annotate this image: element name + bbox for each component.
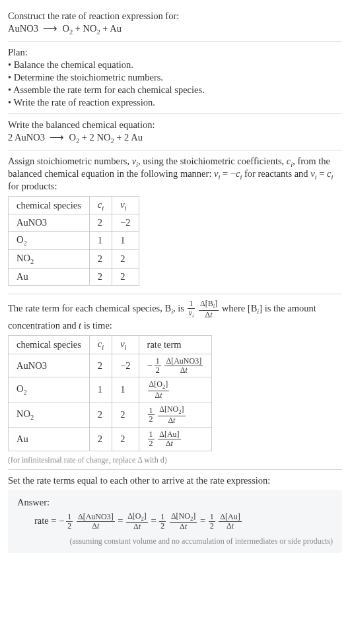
answer-label: Answer: [17, 497, 333, 508]
cell-ci: 2 [89, 214, 112, 232]
plan-item-text: Assemble the rate term for each chemical… [13, 84, 205, 95]
nu-symbol: νi [132, 156, 138, 166]
cell-ci: 1 [89, 232, 112, 250]
table-row: AuNO3 2 −2 [9, 214, 139, 232]
text: concentration and [8, 320, 79, 331]
stoich-section: Assign stoichiometric numbers, νi, using… [8, 150, 342, 294]
rate-table: chemical species ci νi rate term AuNO3 2… [8, 335, 212, 451]
prompt-line: Construct the rate of reaction expressio… [8, 11, 342, 22]
text: , using the stoichiometric coefficients, [138, 156, 287, 166]
text: ] is the amount [259, 303, 316, 313]
assumption-note: (assuming constant volume and no accumul… [34, 536, 333, 546]
plan-item-text: Determine the stoichiometric numbers. [14, 72, 163, 82]
cell-vi: −2 [112, 354, 139, 377]
text: Assign stoichiometric numbers, [8, 156, 132, 166]
final-sentence: Set the rate terms equal to each other t… [8, 475, 342, 486]
plan-item: • Write the rate of reaction expression. [8, 97, 342, 108]
cell-vi: 2 [112, 428, 139, 451]
table-header-row: chemical species ci νi rate term [9, 336, 212, 354]
cell-species: NO2 [9, 250, 90, 269]
cell-species: NO2 [9, 402, 90, 428]
answer-box: Answer: rate = −12 Δ[AuNO3]Δt = Δ[O2]Δt … [8, 490, 342, 553]
text: The rate term for each chemical species,… [8, 303, 171, 313]
rate-intro: The rate term for each chemical species,… [8, 300, 342, 319]
one-over-nu: 1νi [188, 300, 195, 319]
table-row: NO2 2 2 [9, 250, 139, 269]
cell-ci: 1 [89, 377, 112, 402]
nu-symbol: νi [214, 168, 220, 179]
plan-item-text: Balance the chemical equation. [14, 59, 133, 70]
table-header-row: chemical species ci νi [9, 196, 139, 214]
final-section: Set the rate terms equal to each other t… [8, 470, 342, 557]
cell-species: Au [9, 428, 90, 451]
cell-rate: 12 Δ[Au]Δt [139, 428, 212, 451]
delta-b-over-dt: Δ[Bi]Δt [199, 300, 219, 319]
balanced-title: Write the balanced chemical equation: [8, 119, 342, 131]
answer-equation: rate = −12 Δ[AuNO3]Δt = Δ[O2]Δt = 12 Δ[N… [34, 512, 333, 531]
rate-section: The rate term for each chemical species,… [8, 294, 342, 469]
cell-ci: 2 [89, 269, 112, 286]
col-vi: νi [112, 196, 139, 214]
plan-item: • Assemble the rate term for each chemic… [8, 84, 342, 96]
table-row: AuNO3 2 −2 −12 Δ[AuNO3]Δt [9, 354, 212, 377]
cell-vi: 2 [112, 250, 139, 269]
nu-symbol: νi [310, 168, 316, 179]
text: , is [173, 303, 187, 313]
table-row: NO2 2 2 12 Δ[NO2]Δt [9, 402, 212, 428]
stoich-intro: Assign stoichiometric numbers, νi, using… [8, 156, 342, 192]
cell-rate: −12 Δ[AuNO3]Δt [139, 354, 212, 377]
cell-vi: 2 [112, 402, 139, 428]
table-row: O2 1 1 [9, 232, 139, 250]
text: , from [293, 156, 316, 166]
col-rate: rate term [139, 336, 212, 354]
plan-item: • Determine the stoichiometric numbers. [8, 72, 342, 83]
rate-eq-prefix: rate = [34, 515, 59, 526]
table-row: Au 2 2 [9, 269, 139, 286]
plan-item: • Balance the chemical equation. [8, 59, 342, 71]
cell-species: Au [9, 269, 90, 286]
col-species: chemical species [9, 336, 90, 354]
balanced-equation: 2 AuNO3 ⟶ O2 + 2 NO2 + 2 Au [8, 132, 342, 145]
plan-item-text: Write the rate of reaction expression. [13, 97, 155, 108]
cell-species: AuNO3 [9, 214, 90, 232]
cell-vi: −2 [112, 214, 139, 232]
cell-vi: 1 [112, 232, 139, 250]
text: is time: [81, 320, 112, 331]
cell-ci: 2 [89, 250, 112, 269]
plan-title: Plan: [8, 47, 342, 58]
rate-intro-2: concentration and t is time: [8, 320, 342, 331]
c-symbol: ci [327, 168, 333, 179]
cell-species: O2 [9, 377, 90, 402]
cell-vi: 2 [112, 269, 139, 286]
stoich-table: chemical species ci νi AuNO3 2 −2 O2 1 1… [8, 196, 139, 286]
cell-ci: 2 [89, 402, 112, 428]
balanced-section: Write the balanced chemical equation: 2 … [8, 114, 342, 150]
cell-ci: 2 [89, 354, 112, 377]
cell-species: O2 [9, 232, 90, 250]
text: for reactants [242, 168, 292, 179]
table-row: O2 1 1 Δ[O2]Δt [9, 377, 212, 402]
col-species: chemical species [9, 196, 90, 214]
plan-section: Plan: • Balance the chemical equation. •… [8, 42, 342, 114]
text: where [B [222, 303, 258, 313]
col-vi: νi [112, 336, 139, 354]
col-ci: ci [89, 336, 112, 354]
cell-vi: 1 [112, 377, 139, 402]
text: = − [220, 168, 236, 179]
cell-ci: 2 [89, 428, 112, 451]
c-symbol: ci [287, 156, 293, 166]
cell-rate: Δ[O2]Δt [139, 377, 212, 402]
text: for products: [8, 181, 57, 191]
table-row: Au 2 2 12 Δ[Au]Δt [9, 428, 212, 451]
text: and [295, 168, 311, 179]
header-section: Construct the rate of reaction expressio… [8, 5, 342, 42]
infinitesimal-note: (for infinitesimal rate of change, repla… [8, 455, 342, 465]
col-ci: ci [89, 196, 112, 214]
unbalanced-equation: AuNO3 ⟶ O2 + NO2 + Au [8, 23, 342, 36]
text: = [317, 168, 327, 179]
c-symbol: ci [236, 168, 242, 179]
cell-species: AuNO3 [9, 354, 90, 377]
cell-rate: 12 Δ[NO2]Δt [139, 402, 212, 428]
